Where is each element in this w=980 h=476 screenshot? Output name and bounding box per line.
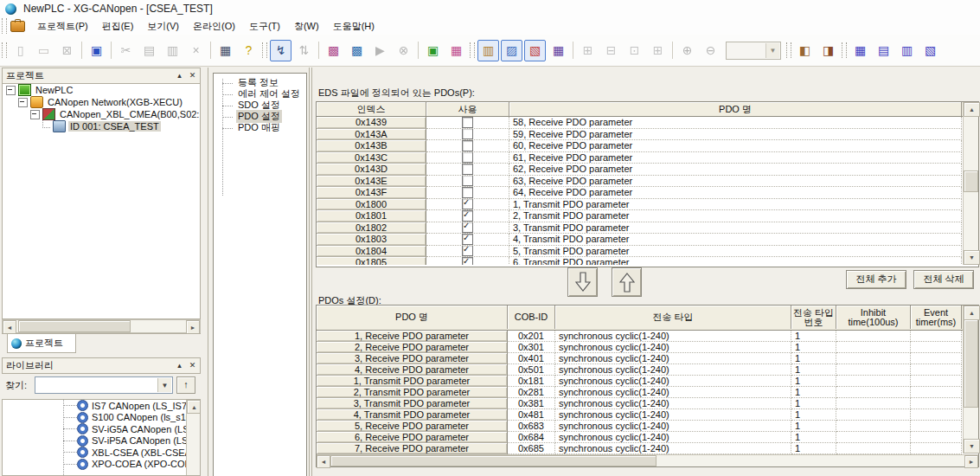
project-tree-item[interactable]: CANopen_XBL_CMEA(B00,S02: [3, 108, 200, 120]
type-number-cell[interactable]: 1 [791, 398, 836, 409]
pdos-table-row[interactable]: 2, Receive PDO parameter0x301synchronous… [317, 342, 978, 353]
eds-use-cell[interactable] [426, 117, 509, 129]
eds-table-row[interactable]: 0x143B60, Receive PDO parameter [317, 140, 978, 152]
eds-name-cell[interactable]: 64, Receive PDO parameter [509, 187, 962, 199]
event-timer-cell[interactable] [911, 421, 962, 432]
pin-panel-icon[interactable]: ▴ [174, 70, 185, 81]
zoom-level-combobox[interactable]: ▼ [726, 42, 781, 60]
pdos-table-row[interactable]: 4, Receive PDO parameter0x501synchronous… [317, 364, 978, 376]
transmission-type-cell[interactable]: synchronous cyclic(1-240) [555, 443, 791, 454]
eds-table-row[interactable]: 0x18034, Transmit PDO parameter [317, 234, 978, 246]
transmission-type-cell[interactable]: synchronous cyclic(1-240) [555, 421, 791, 432]
tile-vertical-icon[interactable]: ▥ [896, 40, 918, 61]
cascade-windows-icon[interactable]: ▦ [849, 40, 871, 61]
inhibit-time-cell[interactable] [836, 331, 911, 342]
toolbar-grip[interactable] [2, 42, 7, 58]
event-timer-cell[interactable] [911, 353, 962, 364]
cob-id-cell[interactable]: 0x401 [508, 353, 555, 364]
tree-expander-icon[interactable] [30, 110, 40, 119]
type-number-cell[interactable]: 1 [791, 342, 836, 353]
cob-id-cell[interactable]: 0x481 [508, 409, 555, 421]
eds-table-vscrollbar[interactable]: ▲ ▼ [963, 102, 978, 265]
pdo-name-cell[interactable]: 7, Receive PDO parameter [317, 443, 508, 454]
type-number-cell[interactable]: 1 [791, 443, 836, 454]
pdo-name-cell[interactable]: 4, Transmit PDO parameter [317, 409, 508, 421]
inhibit-time-cell[interactable] [836, 387, 911, 398]
tree-expander-icon[interactable] [18, 98, 28, 107]
chevron-down-icon[interactable]: ▼ [157, 378, 171, 392]
eds-use-cell[interactable] [426, 129, 509, 141]
type-number-cell[interactable]: 1 [791, 353, 836, 364]
eds-index-cell[interactable]: 0x1439 [317, 117, 426, 129]
pdos-table-row[interactable]: 4, Transmit PDO parameter0x481synchronou… [317, 409, 978, 421]
use-checkbox[interactable] [462, 164, 473, 175]
scroll-thumb[interactable] [330, 455, 657, 466]
eds-name-cell[interactable]: 62, Receive PDO parameter [509, 164, 962, 176]
pdos-column-header[interactable]: Event timer(ms) [911, 306, 962, 329]
eds-column-header[interactable]: PDO 명 [509, 102, 962, 116]
tile-horizontal-icon[interactable]: ▤ [873, 40, 894, 61]
scroll-thumb[interactable] [18, 320, 131, 332]
menu-item-4[interactable]: 도구(T) [242, 17, 287, 35]
use-checkbox[interactable] [462, 199, 473, 210]
pdos-table-hscrollbar[interactable]: ◄ ► [317, 454, 978, 466]
eds-index-cell[interactable]: 0x143D [317, 164, 426, 176]
scroll-down-icon[interactable]: ▼ [964, 250, 980, 265]
cob-id-cell[interactable]: 0x181 [508, 376, 555, 387]
library-item[interactable]: SV-iP5A CANopen (LS. [3, 435, 200, 447]
eds-use-cell[interactable] [426, 199, 509, 211]
event-timer-cell[interactable] [911, 432, 962, 443]
transmission-type-cell[interactable]: synchronous cyclic(1-240) [555, 398, 791, 409]
cob-id-cell[interactable]: 0x281 [508, 387, 555, 398]
eds-use-cell[interactable] [426, 187, 509, 199]
transmission-type-cell[interactable]: synchronous cyclic(1-240) [555, 364, 791, 376]
use-checkbox[interactable] [462, 140, 473, 151]
eds-index-cell[interactable]: 0x1803 [317, 234, 426, 246]
monitor-icon[interactable]: ▣ [422, 40, 444, 61]
event-timer-cell[interactable] [911, 443, 962, 454]
eds-table-row[interactable]: 0x18056, Transmit PDO parameter [317, 257, 978, 265]
use-checkbox[interactable] [462, 129, 473, 140]
remove-selected-button[interactable] [612, 267, 642, 297]
eds-index-cell[interactable]: 0x1802 [317, 222, 426, 235]
tree-expander-icon[interactable] [6, 86, 16, 95]
type-number-cell[interactable]: 1 [791, 376, 836, 387]
save-icon[interactable]: ▣ [86, 40, 107, 61]
eds-name-cell[interactable]: 61, Receive PDO parameter [509, 152, 962, 164]
pdo-name-cell[interactable]: 4, Receive PDO parameter [317, 364, 508, 376]
cob-id-cell[interactable]: 0x501 [508, 364, 555, 376]
eds-index-cell[interactable]: 0x143F [317, 187, 426, 199]
tab-project[interactable]: 프로젝트 [7, 334, 76, 353]
eds-table-row[interactable]: 0x18012, Transmit PDO parameter [317, 210, 978, 222]
splitter[interactable] [309, 68, 310, 476]
library-item[interactable]: IS7 CANopen (LS_IS7_( [3, 400, 200, 412]
pdos-table-row[interactable]: 2, Transmit PDO parameter0x281synchronou… [317, 387, 978, 398]
library-search-up-button[interactable]: ↑ [176, 376, 195, 394]
eds-table-row[interactable]: 0x143E63, Receive PDO parameter [317, 176, 978, 188]
scroll-right-icon[interactable]: ► [964, 455, 978, 468]
inhibit-time-cell[interactable] [836, 443, 911, 454]
library-item[interactable]: SV-iG5A CANopen (LS [3, 423, 200, 435]
eds-use-cell[interactable] [426, 234, 509, 246]
eds-table-row[interactable]: 0x143D62, Receive PDO parameter [317, 164, 978, 176]
import-eds-icon[interactable]: ◧ [794, 40, 816, 61]
eds-use-cell[interactable] [426, 246, 509, 258]
read-parameter-icon[interactable]: ▩ [346, 40, 368, 61]
eds-index-cell[interactable]: 0x143B [317, 140, 426, 152]
pdo-name-cell[interactable]: 1, Transmit PDO parameter [317, 376, 508, 387]
library-item[interactable]: XPO-COEA (XPO-COE [3, 459, 200, 471]
eds-index-cell[interactable]: 0x143E [317, 176, 426, 188]
transmission-type-cell[interactable]: synchronous cyclic(1-240) [555, 432, 791, 443]
export-eds-icon[interactable]: ◨ [817, 40, 839, 61]
eds-use-cell[interactable] [426, 222, 509, 235]
close-panel-icon[interactable]: ✕ [187, 360, 198, 371]
pdo-name-cell[interactable]: 2, Transmit PDO parameter [317, 387, 508, 398]
transmission-type-cell[interactable]: synchronous cyclic(1-240) [555, 376, 791, 387]
pdo-name-cell[interactable]: 2, Receive PDO parameter [317, 342, 508, 353]
pdo-name-cell[interactable]: 6, Receive PDO parameter [317, 432, 508, 443]
library-search-combobox[interactable]: ▼ [35, 376, 173, 394]
menu-item-3[interactable]: 온라인(O) [186, 17, 242, 35]
pdo-name-cell[interactable]: 3, Receive PDO parameter [317, 353, 508, 364]
nav-item-4[interactable]: PDO 매핑 [214, 122, 306, 133]
eds-name-cell[interactable]: 63, Receive PDO parameter [509, 176, 962, 188]
